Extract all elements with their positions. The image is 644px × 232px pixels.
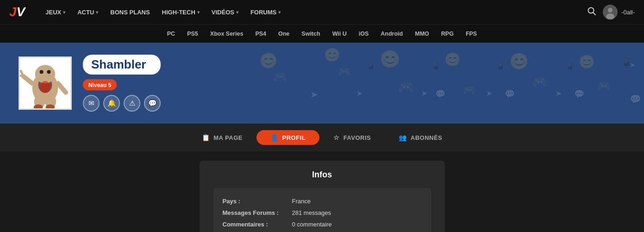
info-row-messages: Messages Forums : 281 messages [223,207,422,219]
svg-point-3 [608,8,613,13]
platform-switch[interactable]: Switch [297,29,325,39]
nav-high-tech[interactable]: HIGH-TECH ▾ [157,6,204,19]
profile-avatar [20,58,70,109]
svg-line-9 [58,83,66,93]
svg-line-8 [24,76,32,83]
nav-right: -0all- [587,5,635,19]
chevron-icon: ▾ [236,10,238,15]
svg-point-18 [41,81,50,92]
chevron-icon: ▾ [96,10,98,15]
nav-actu[interactable]: ACTU ▾ [73,6,103,19]
profil-icon: 👤 [270,134,279,141]
tab-profil[interactable]: 👤 PROFIL [256,130,319,145]
banner-content: Shambler Niveau 5 ✉ 🔔 ⚠ 💬 [19,55,161,112]
chevron-icon: ▾ [63,10,65,15]
platform-ios[interactable]: iOS [354,29,374,39]
platform-android[interactable]: Android [376,29,407,39]
avatar [603,5,618,19]
info-row-pays: Pays : France [223,195,422,207]
svg-point-17 [47,70,50,74]
logo[interactable]: JV [9,5,25,19]
messages-value: 281 messages [292,209,331,216]
profile-actions: ✉ 🔔 ⚠ 💬 [83,95,161,112]
platform-wii-u[interactable]: Wii U [328,29,351,39]
top-nav: JV JEUX ▾ ACTU ▾ BONS PLANS HIGH-TECH ▾ … [0,0,644,24]
user-menu[interactable]: -0all- [603,5,635,19]
avatar-frame [19,56,72,110]
mail-button[interactable]: ✉ [83,95,100,112]
notification-button[interactable]: 🔔 [103,95,120,112]
platform-rpg[interactable]: RPG [437,29,458,39]
nav-forums[interactable]: FORUMS ▾ [246,6,285,19]
svg-point-16 [40,70,44,74]
platform-ps4[interactable]: PS4 [250,29,271,39]
info-title: Infos [213,170,431,180]
pays-label: Pays : [223,198,292,205]
commentaires-label: Commentaires : [223,221,292,228]
nav-items: JEUX ▾ ACTU ▾ BONS PLANS HIGH-TECH ▾ VID… [41,6,576,19]
nav-bons-plans[interactable]: BONS PLANS [106,6,154,19]
level-badge: Niveau 5 [83,79,117,90]
chat-button[interactable]: 💬 [144,95,161,112]
messages-label: Messages Forums : [223,209,292,216]
username-nav: -0all- [621,9,635,16]
tab-abonnes[interactable]: 👥 ABONNÉS [385,130,456,145]
abonnes-icon: 👥 [399,134,407,141]
platform-pc[interactable]: PC [163,29,180,39]
search-button[interactable] [587,6,596,18]
platform-fps[interactable]: FPS [461,29,481,39]
alert-button[interactable]: ⚠ [124,95,140,112]
nav-jeux[interactable]: JEUX ▾ [41,6,70,19]
platform-mmo[interactable]: MMO [410,29,434,39]
profile-info: Shambler Niveau 5 ✉ 🔔 ⚠ 💬 [83,55,161,112]
info-card: Infos Pays : France Messages Forums : 28… [200,161,445,232]
profile-banner: 😊 🎮 😊 🎮 ➤ 😊 🎮 😊 🎮 😊 🎮 😊 🎮 📱 💬 💬 💬 💬 📱 📱 … [0,43,644,124]
nav-videos[interactable]: VIDÉOS ▾ [207,6,243,19]
favoris-icon: ☆ [333,134,340,141]
chevron-icon: ▾ [278,10,281,15]
platform-ps5[interactable]: PS5 [182,29,203,39]
svg-line-11 [20,75,24,76]
info-section: Infos Pays : France Messages Forums : 28… [0,151,644,232]
level-text: Niveau 5 [88,82,111,88]
chevron-icon: ▾ [197,10,200,15]
tab-favoris[interactable]: ☆ FAVORIS [319,130,385,145]
platform-bar: PC PS5 Xbox Series PS4 One Switch Wii U … [0,24,644,43]
ma-page-icon: 📋 [202,134,210,141]
profile-tabs: 📋 MA PAGE 👤 PROFIL ☆ FAVORIS 👥 ABONNÉS [0,124,644,151]
platform-xbox-series[interactable]: Xbox Series [206,29,248,39]
pays-value: France [292,198,311,205]
tab-ma-page[interactable]: 📋 MA PAGE [188,130,256,145]
username-badge: Shambler [83,55,161,75]
info-row-commentaires: Commentaires : 0 commentaire [223,219,422,230]
commentaires-value: 0 commentaire [292,221,332,228]
svg-line-1 [593,13,595,15]
info-table: Pays : France Messages Forums : 281 mess… [213,188,431,232]
platform-one[interactable]: One [274,29,294,39]
svg-point-7 [35,65,56,83]
username-text: Shambler [91,57,146,71]
